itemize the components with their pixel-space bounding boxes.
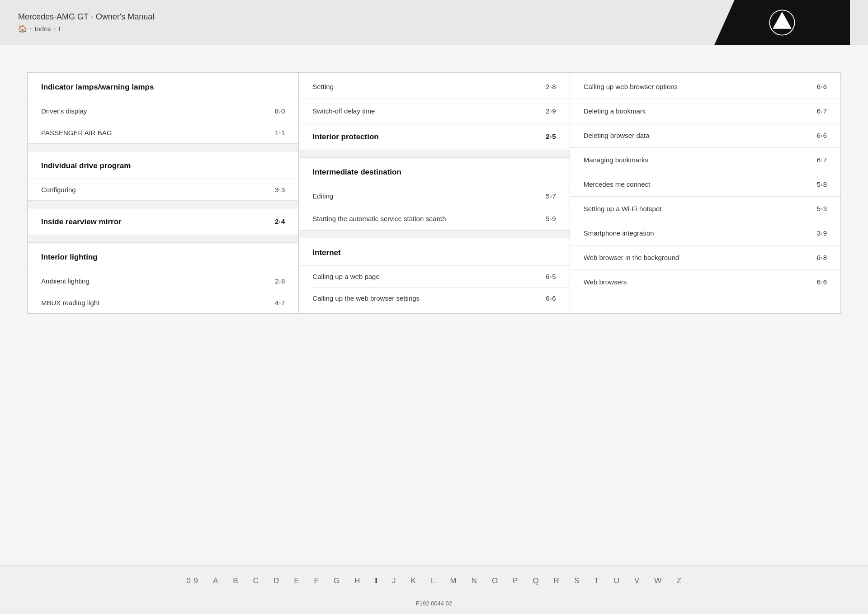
alpha-item-09[interactable]: 0 9 <box>186 576 198 586</box>
alpha-item-j[interactable]: J <box>392 576 396 586</box>
alpha-item-b[interactable]: B <box>233 576 238 586</box>
section-header-interior-lighting: Interior lighting <box>28 243 298 270</box>
item-page: 8›0 <box>275 107 285 115</box>
header: Mercedes-AMG GT - Owner's Manual 🏠 › Ind… <box>0 0 868 45</box>
item-label: Driver's display <box>41 107 87 115</box>
alpha-item-i[interactable]: I <box>375 576 377 586</box>
list-item: Calling up web browser options 6›6 <box>570 73 840 99</box>
item-label: Deleting browser data <box>584 132 650 139</box>
mercedes-logo <box>714 0 850 45</box>
item-page: 6›5 <box>546 273 556 280</box>
mercedes-star-icon <box>769 9 796 36</box>
arrow-icon: › <box>550 84 552 90</box>
alpha-item-f[interactable]: F <box>314 576 319 586</box>
alpha-item-w[interactable]: W <box>654 576 662 586</box>
arrow-icon: › <box>821 206 823 212</box>
column-3: Calling up web browser options 6›6 Delet… <box>570 73 840 313</box>
arrow-icon: › <box>550 194 552 199</box>
alpha-item-e[interactable]: E <box>294 576 299 586</box>
alpha-item-z[interactable]: Z <box>676 576 681 586</box>
sub-list-indicator-lamps: Driver's display 8›0 PASSENGER AIR BAG 1… <box>28 100 298 143</box>
list-item: Driver's display 8›0 <box>41 100 298 122</box>
alpha-item-l[interactable]: L <box>431 576 435 586</box>
alpha-item-q[interactable]: Q <box>533 576 539 586</box>
sub-list-interior-lighting: Ambient lighting 2›8 MBUX reading light … <box>28 270 298 313</box>
alpha-item-g[interactable]: G <box>334 576 340 586</box>
item-label: Managing bookmarks <box>584 156 648 164</box>
section-header-interior-protection: Interior protection 2›5 <box>299 123 569 150</box>
item-label: Mercedes me connect <box>584 180 651 188</box>
item-page: 3›3 <box>275 186 285 194</box>
section-individual-drive: Individual drive program Configuring 3›3 <box>28 151 298 200</box>
item-label: Ambient lighting <box>41 277 90 285</box>
list-item: Smartphone integration 3›9 <box>570 221 840 245</box>
list-item: Web browser in the background 6›8 <box>570 245 840 269</box>
footer: F192 0044 02 <box>0 596 868 610</box>
alpha-item-u[interactable]: U <box>614 576 620 586</box>
list-item: Mercedes me connect 5›8 <box>570 172 840 196</box>
arrow-icon: › <box>279 187 281 193</box>
alpha-item-v[interactable]: V <box>634 576 640 586</box>
list-item: Switch-off delay time 2›9 <box>299 99 569 123</box>
item-page: 5›3 <box>817 205 827 213</box>
item-label: Setting <box>312 83 334 90</box>
alpha-item-s[interactable]: S <box>574 576 580 586</box>
item-label: Calling up the web browser settings <box>312 294 420 302</box>
section-indicator-lamps: Indicator lamps/warning lamps Driver's d… <box>28 73 298 143</box>
alpha-item-h[interactable]: H <box>354 576 360 586</box>
item-page: 2›4 <box>275 217 285 225</box>
alpha-item-o[interactable]: O <box>492 576 498 586</box>
item-label: Inside rearview mirror <box>41 217 122 227</box>
item-page: 2›5 <box>546 132 556 140</box>
list-item: Setting up a Wi-Fi hotspot 5›3 <box>570 196 840 221</box>
home-icon[interactable]: 🏠 <box>18 24 27 33</box>
list-item: MBUX reading light 4›7 <box>41 292 298 313</box>
item-label: MBUX reading light <box>41 299 99 307</box>
list-item: Ambient lighting 2›8 <box>41 270 298 292</box>
item-page: 4›7 <box>275 299 285 307</box>
list-item: Editing 5›7 <box>312 185 569 207</box>
alpha-item-t[interactable]: T <box>594 576 599 586</box>
item-page: 5›9 <box>546 215 556 222</box>
item-label: PASSENGER AIR BAG <box>41 129 112 137</box>
arrow-icon: › <box>279 130 281 136</box>
item-label: Switch-off delay time <box>312 107 375 115</box>
list-item: Calling up the web browser settings 6›6 <box>312 288 569 309</box>
section-header-inside-rearview: Inside rearview mirror 2›4 <box>28 208 298 235</box>
list-item: Configuring 3›3 <box>41 179 298 200</box>
list-item: Web browsers 6›6 <box>570 269 840 294</box>
item-page: 6›7 <box>817 156 827 164</box>
arrow-icon: › <box>821 231 823 236</box>
arrow-icon: › <box>821 255 823 260</box>
item-page: 6›7 <box>817 107 827 115</box>
item-page: 6›6 <box>546 294 556 302</box>
item-page: 6›6 <box>817 132 827 139</box>
breadcrumb-current: I <box>58 25 60 33</box>
sub-list-intermediate: Editing 5›7 Starting the automatic servi… <box>299 185 569 230</box>
item-label: Web browsers <box>584 278 627 286</box>
alpha-item-d[interactable]: D <box>274 576 279 586</box>
alpha-item-n[interactable]: N <box>472 576 477 586</box>
arrow-icon: › <box>821 157 823 163</box>
section-header-indicator-lamps: Indicator lamps/warning lamps <box>28 73 298 100</box>
breadcrumb-sep-1: › <box>30 25 32 32</box>
header-left: Mercedes-AMG GT - Owner's Manual 🏠 › Ind… <box>18 12 154 33</box>
section-inside-rearview: Inside rearview mirror 2›4 <box>28 208 298 235</box>
arrow-icon: › <box>279 109 281 114</box>
section-header-internet: Internet <box>299 238 569 265</box>
alpha-item-a[interactable]: A <box>213 576 218 586</box>
breadcrumb: 🏠 › Index › I <box>18 24 154 33</box>
item-label: Calling up web browser options <box>584 83 678 90</box>
alpha-item-c[interactable]: C <box>253 576 259 586</box>
breadcrumb-index[interactable]: Index <box>34 25 51 33</box>
alpha-item-p[interactable]: P <box>513 576 518 586</box>
item-label: Setting up a Wi-Fi hotspot <box>584 205 662 213</box>
alpha-item-m[interactable]: M <box>450 576 457 586</box>
arrow-icon: › <box>550 296 552 301</box>
list-item: Setting 2›8 <box>299 73 569 99</box>
alpha-item-k[interactable]: K <box>411 576 416 586</box>
item-page: 1›1 <box>275 129 285 137</box>
alpha-item-r[interactable]: R <box>554 576 560 586</box>
alphabet-nav: 0 9 A B C D E F G H I J K L M N O P Q R … <box>0 565 868 596</box>
arrow-icon: › <box>279 279 281 284</box>
